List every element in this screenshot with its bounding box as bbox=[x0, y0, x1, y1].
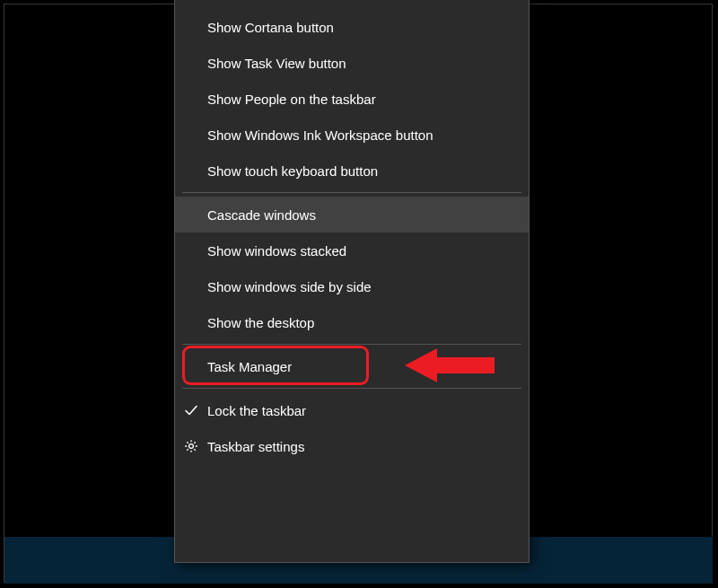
menu-item-label: Show touch keyboard button bbox=[207, 163, 529, 179]
taskbar-context-menu: Show Cortana buttonShow Task View button… bbox=[174, 0, 530, 563]
menu-item-label: Show Cortana button bbox=[207, 20, 529, 35]
menu-separator bbox=[182, 344, 521, 345]
menu-item-task-manager[interactable]: Task Manager bbox=[175, 348, 529, 384]
menu-item-label: Show Task View button bbox=[207, 56, 529, 71]
menu-separator bbox=[182, 192, 521, 193]
menu-item-lock-taskbar[interactable]: Lock the taskbar bbox=[175, 392, 529, 428]
menu-item-label: Show People on the taskbar bbox=[207, 92, 529, 107]
menu-item-show-cortana[interactable]: Show Cortana button bbox=[175, 9, 529, 45]
menu-item-taskbar-settings[interactable]: Taskbar settings bbox=[175, 428, 529, 464]
menu-item-cascade-windows[interactable]: Cascade windows bbox=[175, 197, 529, 233]
check-icon bbox=[184, 403, 198, 417]
menu-item-label: Show the desktop bbox=[207, 315, 529, 330]
menu-item-show-people[interactable]: Show People on the taskbar bbox=[175, 81, 529, 117]
menu-item-label: Cascade windows bbox=[207, 207, 529, 223]
menu-item-label: Show windows side by side bbox=[207, 279, 529, 294]
svg-point-1 bbox=[189, 444, 194, 449]
menu-item-show-desktop[interactable]: Show the desktop bbox=[175, 304, 529, 340]
gear-icon bbox=[175, 439, 207, 453]
check-icon bbox=[175, 403, 207, 417]
menu-item-show-touch-keyboard[interactable]: Show touch keyboard button bbox=[175, 153, 529, 189]
menu-item-label: Taskbar settings bbox=[207, 439, 529, 454]
gear-icon bbox=[184, 439, 198, 453]
menu-item-label: Show Windows Ink Workspace button bbox=[207, 127, 529, 143]
menu-item-show-task-view[interactable]: Show Task View button bbox=[175, 45, 529, 81]
menu-item-label: Lock the taskbar bbox=[207, 403, 529, 418]
menu-separator bbox=[182, 388, 521, 389]
menu-item-label: Task Manager bbox=[207, 359, 529, 374]
menu-item-show-ink-workspace[interactable]: Show Windows Ink Workspace button bbox=[175, 117, 529, 153]
menu-item-label: Show windows stacked bbox=[207, 243, 529, 259]
menu-item-show-stacked[interactable]: Show windows stacked bbox=[175, 233, 529, 268]
menu-item-show-side-by-side[interactable]: Show windows side by side bbox=[175, 268, 529, 304]
